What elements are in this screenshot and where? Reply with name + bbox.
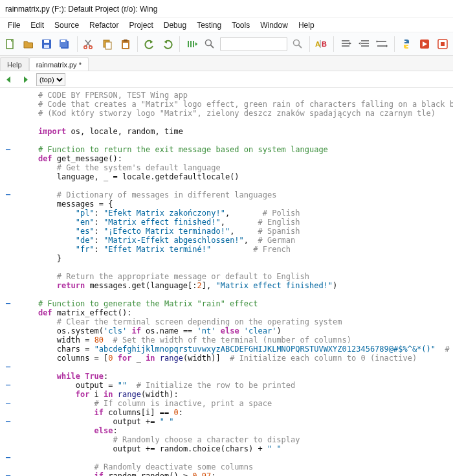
code-line[interactable]: while True: bbox=[19, 372, 453, 381]
fold-gutter[interactable]: −−−−−−−−− bbox=[0, 88, 17, 476]
menu-edit[interactable]: Edit bbox=[25, 19, 49, 31]
code-line[interactable]: # Dictionary of messages in different la… bbox=[19, 190, 453, 199]
code-line[interactable]: for i in range(width): bbox=[19, 390, 453, 399]
menu-tools[interactable]: Tools bbox=[226, 19, 255, 31]
menu-help[interactable]: Help bbox=[293, 19, 320, 31]
menu-source[interactable]: Source bbox=[49, 19, 84, 31]
fold-marker[interactable]: − bbox=[0, 417, 16, 426]
code-line[interactable]: "fr": "Effet Matrix terminé!" # French bbox=[19, 245, 453, 254]
menu-window[interactable]: Window bbox=[255, 19, 293, 31]
code-line[interactable]: # (Kod który stworzy logo "Matrix", ziel… bbox=[19, 109, 453, 118]
code-line[interactable] bbox=[19, 453, 453, 462]
code-line[interactable]: "pl": "Efekt Matrix zakończony!", # Poli… bbox=[19, 209, 453, 218]
undo-button[interactable] bbox=[142, 36, 157, 52]
fold-marker[interactable]: − bbox=[0, 190, 16, 199]
code-line[interactable]: # Function to return the exit message ba… bbox=[19, 145, 453, 154]
python-button[interactable] bbox=[399, 36, 414, 52]
fold-marker bbox=[0, 263, 16, 272]
code-line[interactable]: # Get the system's default language bbox=[19, 163, 453, 172]
svg-rect-10 bbox=[105, 42, 111, 49]
code-line[interactable]: # Randomly choose a character to display bbox=[19, 435, 453, 444]
fold-marker[interactable]: − bbox=[0, 471, 16, 476]
fold-marker[interactable]: − bbox=[0, 453, 16, 462]
paste-button[interactable] bbox=[118, 36, 133, 52]
cut-button[interactable] bbox=[81, 36, 96, 52]
code-line[interactable] bbox=[19, 136, 453, 145]
window-titlebar: rainmatrix.py (F:): Default Project (r/o… bbox=[0, 0, 453, 18]
code-line[interactable]: # CODE BY FPERSON, TEST Wing app bbox=[19, 91, 453, 100]
code-line[interactable] bbox=[19, 290, 453, 299]
code-line[interactable]: language, _ = locale.getdefaultlocale() bbox=[19, 172, 453, 181]
menu-testing[interactable]: Testing bbox=[192, 19, 226, 31]
rename-symbol-button[interactable]: AB bbox=[314, 36, 329, 52]
stop-button[interactable] bbox=[435, 36, 450, 52]
debug-run-button[interactable] bbox=[184, 36, 199, 52]
outdent-button[interactable] bbox=[356, 36, 371, 52]
svg-text:A: A bbox=[315, 40, 320, 48]
search-input[interactable] bbox=[220, 37, 287, 51]
search-go-button[interactable] bbox=[290, 36, 305, 52]
code-line[interactable]: if random.random() > 0.97: bbox=[19, 471, 453, 476]
code-line[interactable]: output += " " bbox=[19, 417, 453, 426]
code-line[interactable] bbox=[19, 363, 453, 372]
redo-button[interactable] bbox=[160, 36, 175, 52]
menu-debug[interactable]: Debug bbox=[159, 19, 192, 31]
code-line[interactable]: chars = "abcdefghijklmnopqrstuvwxyzABCDE… bbox=[19, 345, 453, 354]
search-button[interactable] bbox=[202, 36, 217, 52]
code-line[interactable] bbox=[19, 181, 453, 190]
code-line[interactable] bbox=[19, 263, 453, 272]
fold-marker[interactable]: − bbox=[0, 363, 16, 372]
code-line[interactable]: return messages.get(language[:2], "Matri… bbox=[19, 281, 453, 290]
code-line[interactable]: def matrix_effect(): bbox=[19, 308, 453, 317]
fold-marker bbox=[0, 118, 16, 127]
nav-forward-button[interactable] bbox=[19, 73, 32, 86]
fold-marker bbox=[0, 435, 16, 444]
code-line[interactable]: "en": "Matrix effect finished!", # Engli… bbox=[19, 218, 453, 227]
code-line[interactable]: os.system('cls' if os.name == 'nt' else … bbox=[19, 326, 453, 335]
code-line[interactable]: else: bbox=[19, 426, 453, 435]
code-line[interactable]: # If column is inactive, print a space bbox=[19, 399, 453, 408]
code-line[interactable]: import os, locale, random, time bbox=[19, 127, 453, 136]
code-line[interactable]: "es": "¡Efecto Matrix terminado!", # Spa… bbox=[19, 227, 453, 236]
code-line[interactable]: output = "" # Initialize the row to be p… bbox=[19, 381, 453, 390]
menu-refactor[interactable]: Refactor bbox=[84, 19, 124, 31]
new-file-button[interactable] bbox=[3, 36, 18, 52]
code-line[interactable]: def get_message(): bbox=[19, 154, 453, 163]
code-line[interactable] bbox=[19, 118, 453, 127]
code-line[interactable]: # Return the appropriate message or defa… bbox=[19, 272, 453, 281]
fold-marker[interactable]: − bbox=[0, 381, 16, 390]
window-title: rainmatrix.py (F:): Default Project (r/o… bbox=[5, 5, 157, 14]
svg-line-18 bbox=[299, 45, 302, 48]
code-line[interactable]: if columns[i] == 0: bbox=[19, 408, 453, 417]
code-area[interactable]: # CODE BY FPERSON, TEST Wing app # Code … bbox=[17, 88, 453, 476]
code-editor[interactable]: −−−−−−−−− # CODE BY FPERSON, TEST Wing a… bbox=[0, 88, 453, 476]
menu-file[interactable]: File bbox=[3, 19, 25, 31]
indent-button[interactable] bbox=[338, 36, 353, 52]
copy-button[interactable] bbox=[100, 36, 115, 52]
code-line[interactable]: width = 80 # Set the width of the termin… bbox=[19, 335, 453, 345]
fold-marker[interactable]: − bbox=[0, 299, 16, 308]
save-all-button[interactable] bbox=[57, 36, 72, 52]
code-line[interactable]: # Code that creates a "Matrix" logo effe… bbox=[19, 100, 453, 109]
tab-help[interactable]: Help bbox=[0, 57, 29, 71]
open-file-button[interactable] bbox=[21, 36, 36, 52]
code-line[interactable]: "de": "Matrix-Effekt abgeschlossen!", # … bbox=[19, 236, 453, 245]
tab-rainmatrix[interactable]: rainmatrix.py * bbox=[29, 57, 89, 71]
fold-marker bbox=[0, 163, 16, 172]
word-wrap-button[interactable] bbox=[374, 36, 390, 52]
code-line[interactable]: messages = { bbox=[19, 199, 453, 209]
code-line[interactable]: # Randomly deactivate some columns bbox=[19, 462, 453, 471]
code-line[interactable]: output += random.choice(chars) + " " bbox=[19, 444, 453, 453]
code-line[interactable]: } bbox=[19, 254, 453, 263]
fold-marker[interactable]: − bbox=[0, 399, 16, 408]
scope-select[interactable]: (top) bbox=[36, 73, 65, 86]
code-line[interactable]: # Clear the terminal screen depending on… bbox=[19, 317, 453, 326]
code-line[interactable]: # Function to generate the Matrix "rain"… bbox=[19, 299, 453, 308]
nav-back-button[interactable] bbox=[3, 73, 16, 86]
save-button[interactable] bbox=[39, 36, 54, 52]
menu-project[interactable]: Project bbox=[124, 19, 158, 31]
run-script-button[interactable] bbox=[417, 36, 432, 52]
fold-marker bbox=[0, 218, 16, 227]
fold-marker[interactable]: − bbox=[0, 145, 16, 154]
code-line[interactable]: columns = [0 for _ in range(width)] # In… bbox=[19, 354, 453, 363]
